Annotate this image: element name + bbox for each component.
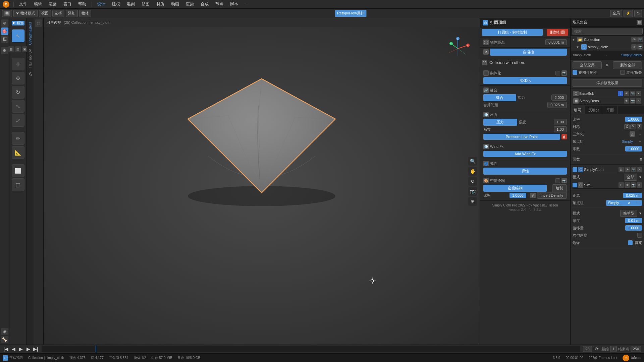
- vertex-group-link[interactable]: Simply...: [622, 139, 636, 143]
- playback-icon[interactable]: ⟳: [593, 346, 600, 352]
- simplycloth-delete[interactable]: ✕: [637, 167, 642, 172]
- menu-file[interactable]: 文件: [18, 1, 29, 8]
- tree-simply-cloth[interactable]: ▼ ⬡ simply_cloth 👁 📷: [571, 43, 644, 51]
- menu-edit[interactable]: 编辑: [33, 1, 43, 8]
- move-tool[interactable]: ✥: [12, 72, 24, 84]
- timeline-ruler[interactable]: [42, 346, 580, 352]
- delete-btn[interactable]: 删除打圆: [547, 29, 568, 36]
- global-local-toggle[interactable]: 👁 物体模式: [13, 10, 38, 17]
- retopo-plugin-btn[interactable]: RetopoFlow属扑: [335, 10, 367, 17]
- basesub-delete[interactable]: ✕: [636, 91, 641, 96]
- edge-checkbox[interactable]: [628, 240, 633, 245]
- sidebar-bottom-icon[interactable]: ◉: [1, 328, 8, 335]
- invert-arrows-icon[interactable]: ⇄: [530, 193, 536, 198]
- solidify-checkbox[interactable]: [555, 71, 560, 75]
- transform-tool[interactable]: ⤢: [12, 114, 24, 127]
- self-collision-btn[interactable]: 自碰撞: [490, 49, 567, 56]
- add-btn[interactable]: 添加: [66, 10, 78, 17]
- measure-tool[interactable]: 📐: [12, 146, 24, 159]
- density-camera-icon[interactable]: 📷: [561, 178, 567, 183]
- visibility-checkbox[interactable]: [573, 70, 577, 75]
- menu-render2[interactable]: 渲染: [184, 1, 195, 8]
- mode2-val[interactable]: 简单型: [620, 210, 637, 217]
- tab-plane[interactable]: 平面: [603, 106, 618, 114]
- menu-modeling[interactable]: 建模: [111, 1, 121, 8]
- collection-eye-btn[interactable]: 👁: [631, 37, 637, 42]
- orbit-btn[interactable]: ↻: [468, 177, 477, 186]
- modifier-sim[interactable]: ⬡ Sim... ⊟ 👁 📷 ✕: [573, 181, 642, 189]
- menu-design[interactable]: 设计: [96, 1, 107, 8]
- solidify-camera-icon[interactable]: 📷: [561, 70, 567, 76]
- spring-btn[interactable]: 弹性: [483, 168, 567, 175]
- sidebar-view-icon[interactable]: 🎯: [1, 27, 8, 35]
- camera-btn[interactable]: 📷: [468, 187, 477, 196]
- jump-end-btn[interactable]: ▶|: [32, 346, 39, 352]
- pressure-coeff-val[interactable]: 1.00: [554, 126, 567, 132]
- simplydens-delete[interactable]: ✕: [636, 98, 641, 104]
- proportional-btn[interactable]: ⊙: [634, 10, 642, 17]
- search-input[interactable]: [572, 28, 643, 35]
- next-frame-btn[interactable]: ▶: [25, 346, 32, 352]
- viewport-scene[interactable]: Z X Y: [44, 27, 480, 345]
- offset-val[interactable]: 1.0000: [625, 225, 642, 231]
- rotate-tool[interactable]: ↻: [12, 86, 24, 99]
- invert-density-btn[interactable]: Invert Density: [537, 192, 567, 199]
- menu-add-workspace[interactable]: +: [244, 1, 249, 7]
- density-draw-btn[interactable]: 绘制: [552, 184, 567, 192]
- menu-material[interactable]: 材质: [155, 1, 166, 8]
- add-wind-btn[interactable]: Add Wind Fx: [483, 151, 567, 157]
- menu-scripting[interactable]: 脚本: [229, 1, 239, 8]
- pan-btn[interactable]: ✋: [468, 167, 477, 176]
- menu-animation[interactable]: 动画: [170, 1, 180, 8]
- current-frame[interactable]: 25: [583, 346, 592, 352]
- 3d-viewport[interactable]: 用户透视 (25) Collection | empty_cloth: [44, 18, 480, 345]
- pressure-strength-val[interactable]: 1.00: [554, 119, 567, 125]
- thickness-val[interactable]: 0.01 m: [625, 218, 642, 223]
- sidebar-tool-active[interactable]: ⊕: [1, 19, 8, 27]
- sidebar-settings-icon[interactable]: ⚙: [1, 47, 8, 54]
- triangulate-icon[interactable]: △: [630, 131, 635, 137]
- menu-render[interactable]: 渲染: [47, 1, 58, 8]
- sim-check[interactable]: [573, 183, 577, 187]
- menu-help[interactable]: 帮助: [77, 1, 88, 8]
- add-modifier-btn[interactable]: 添加修改改量: [573, 79, 642, 87]
- modifier-simplydens[interactable]: ▦ SimplyDens. 👁 📷 ✕: [573, 97, 642, 105]
- 3d-cursor[interactable]: [369, 278, 376, 284]
- modifier-simplycloth[interactable]: ⬡ SimplyCloth ⊟ 👁 📷 ✕: [573, 166, 642, 173]
- tool-col-icon1[interactable]: ⬚: [35, 19, 42, 27]
- simplycloth-eye[interactable]: 👁: [625, 167, 630, 172]
- object-render-btn[interactable]: 📷: [637, 44, 643, 50]
- pressure-btn[interactable]: 压力: [483, 119, 517, 126]
- expand-checkbox[interactable]: [620, 70, 625, 75]
- vertex-group-arrow[interactable]: →: [638, 139, 642, 143]
- align-x[interactable]: X: [624, 124, 630, 129]
- density-checkbox[interactable]: [555, 178, 560, 183]
- sidebar-bone-icon[interactable]: 🦴: [1, 336, 8, 343]
- zoom-btn[interactable]: 🔍: [468, 157, 477, 166]
- sidebar-img-icon[interactable]: 🖼: [1, 36, 8, 43]
- stitch-normal-val[interactable]: 2.000: [551, 95, 567, 101]
- end-frame[interactable]: 250: [631, 346, 641, 352]
- ratio-val[interactable]: 1.0000: [625, 117, 642, 122]
- dist-val2[interactable]: 0.025 m: [623, 193, 642, 198]
- delete-icon[interactable]: 🗑: [561, 134, 567, 139]
- sim-delete[interactable]: ✕: [637, 182, 642, 188]
- tool-icon-b[interactable]: ▤: [15, 46, 21, 52]
- density-ratio-val[interactable]: 1.0000: [509, 193, 526, 198]
- snap-btn[interactable]: ⚡: [624, 10, 633, 17]
- cursor-tool[interactable]: ✛: [12, 58, 24, 70]
- vgroup-val2[interactable]: Simply... ✕ →: [606, 200, 642, 206]
- tool-icon-a[interactable]: ▦: [8, 46, 14, 52]
- vert-tab-zv[interactable]: ZV: [28, 70, 33, 77]
- sim-eye[interactable]: 👁: [625, 182, 630, 188]
- basesub-eye[interactable]: 👁: [624, 91, 629, 96]
- mode-icon-btn[interactable]: 🔘: [2, 10, 12, 17]
- modifier-basesub[interactable]: ⬡ BaseSub S 👁 📷 ✕: [573, 90, 642, 97]
- delete-all-btn[interactable]: 删除全部: [613, 61, 642, 69]
- jump-start-btn[interactable]: |◀: [3, 346, 9, 352]
- select-tool-btn[interactable]: ↖: [12, 29, 24, 42]
- realtime-btn[interactable]: 打圆组 - 实时绘制: [482, 29, 543, 36]
- simplydens-eye[interactable]: 👁: [624, 98, 629, 104]
- add-plane-tool[interactable]: ◫: [12, 178, 24, 191]
- mode-val[interactable]: 全部: [624, 174, 637, 181]
